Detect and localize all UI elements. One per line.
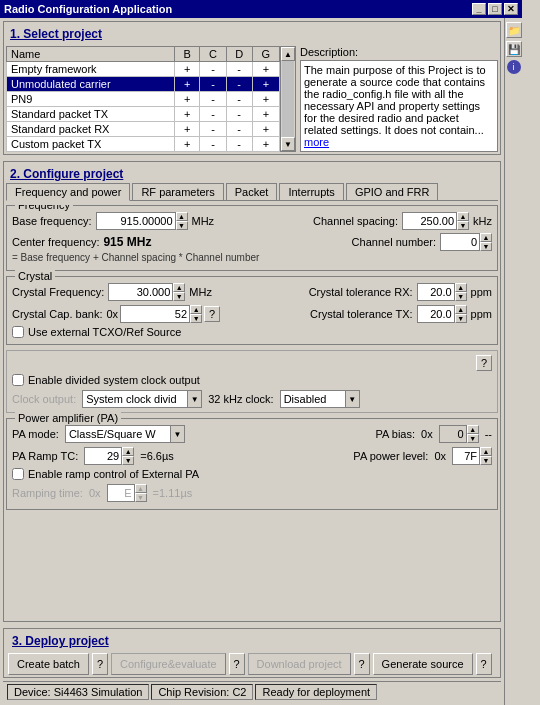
row-b: + — [175, 77, 200, 92]
generate-source-question-button[interactable]: ? — [476, 653, 492, 675]
pa-power-input-group: ▲ ▼ — [452, 447, 492, 465]
crystal-cap-down[interactable]: ▼ — [190, 314, 202, 323]
crystal-tol-tx-input-group: ▲ ▼ — [417, 305, 467, 323]
pa-ramp-input-group: ▲ ▼ — [84, 447, 134, 465]
table-row[interactable]: Standard packet RX + - - + — [7, 122, 280, 137]
divided-clock-checkbox[interactable] — [12, 374, 24, 386]
crystal-tol-rx-up[interactable]: ▲ — [455, 283, 467, 292]
pa-bias-label: PA bias: — [376, 428, 416, 440]
tab-gpio-frr[interactable]: GPIO and FRR — [346, 183, 439, 200]
chip-revision: Chip Revision: C2 — [151, 684, 253, 700]
crystal-cap-label: Crystal Cap. bank: — [12, 308, 102, 320]
scroll-down-button[interactable]: ▼ — [281, 137, 295, 151]
channel-spacing-up[interactable]: ▲ — [457, 212, 469, 221]
pa-mode-dropdown[interactable]: ClassE/Square W ▼ — [65, 425, 185, 443]
crystal-freq-unit: MHz — [189, 286, 212, 298]
col-b: B — [175, 47, 200, 62]
crystal-freq-row: Crystal Frequency: ▲ ▼ MHz — [12, 283, 492, 301]
pa-ramp-up[interactable]: ▲ — [122, 447, 134, 456]
folder-icon[interactable]: 📁 — [506, 22, 522, 38]
channel-number-input[interactable] — [440, 233, 480, 251]
tab-interrupts[interactable]: Interrupts — [279, 183, 343, 200]
crystal-cap-question-button[interactable]: ? — [204, 306, 220, 322]
create-batch-button[interactable]: Create batch — [8, 653, 89, 675]
pa-mode-arrow[interactable]: ▼ — [170, 426, 184, 442]
crystal-tol-tx-down[interactable]: ▼ — [455, 314, 467, 323]
crystal-tol-tx-input[interactable] — [417, 305, 455, 323]
pa-bias-up[interactable]: ▲ — [467, 425, 479, 434]
crystal-tol-rx-down[interactable]: ▼ — [455, 292, 467, 301]
row-d: - — [226, 62, 252, 77]
table-row[interactable]: Empty framework + - - + — [7, 62, 280, 77]
base-freq-input-group: ▲ ▼ — [96, 212, 188, 230]
clock-output-dropdown[interactable]: System clock divid ▼ — [82, 390, 202, 408]
scroll-up-button[interactable]: ▲ — [281, 47, 295, 61]
row-d: - — [226, 122, 252, 137]
pa-power-label: PA power level: — [353, 450, 428, 462]
table-row[interactable]: Standard packet TX + - - + — [7, 107, 280, 122]
tab-rf-parameters[interactable]: RF parameters — [132, 183, 223, 200]
base-freq-input[interactable] — [96, 212, 176, 230]
maximize-button[interactable]: □ — [488, 3, 502, 15]
pa-ramp-down[interactable]: ▼ — [122, 456, 134, 465]
base-freq-down[interactable]: ▼ — [176, 221, 188, 230]
more-link[interactable]: more — [304, 136, 329, 148]
close-button[interactable]: ✕ — [504, 3, 518, 15]
table-row[interactable]: Unmodulated carrier + - - + — [7, 77, 280, 92]
crystal-cap-hex-group: 0x ▲ ▼ ? — [106, 305, 220, 323]
base-freq-up[interactable]: ▲ — [176, 212, 188, 221]
clock-32k-arrow[interactable]: ▼ — [345, 391, 359, 407]
crystal-freq-down[interactable]: ▼ — [173, 292, 185, 301]
minimize-button[interactable]: _ — [472, 3, 486, 15]
row-b: + — [175, 137, 200, 152]
row-g: + — [252, 77, 279, 92]
pa-power-input[interactable] — [452, 447, 480, 465]
clock-32k-dropdown[interactable]: Disabled ▼ — [280, 390, 360, 408]
pa-power-down[interactable]: ▼ — [480, 456, 492, 465]
description-label: Description: — [300, 46, 498, 58]
deploy-buttons: Create batch ? Configure&evaluate ? Down… — [8, 653, 496, 675]
crystal-tol-rx-input[interactable] — [417, 283, 455, 301]
divided-clock-label: Enable divided system clock output — [28, 374, 200, 386]
project-table-wrap: Name B C D G Empty framework + — [6, 46, 296, 152]
table-row[interactable]: PN9 + - - + — [7, 92, 280, 107]
ramping-spinners: ▲ ▼ — [135, 484, 147, 502]
crystal-cap-up[interactable]: ▲ — [190, 305, 202, 314]
configure-evaluate-button[interactable]: Configure&evaluate — [111, 653, 226, 675]
pa-ramp-row: PA Ramp TC: ▲ ▼ =6.6µs — [12, 447, 492, 465]
save-icon[interactable]: 💾 — [506, 41, 522, 57]
download-project-button[interactable]: Download project — [248, 653, 351, 675]
pa-bias-input[interactable] — [439, 425, 467, 443]
info-icon[interactable]: i — [507, 60, 521, 74]
table-row[interactable]: Custom packet TX + - - + — [7, 137, 280, 152]
create-batch-question-button[interactable]: ? — [92, 653, 108, 675]
clock-output-arrow[interactable]: ▼ — [187, 391, 201, 407]
pa-ramp-input[interactable] — [84, 447, 122, 465]
channel-number-down[interactable]: ▼ — [480, 242, 492, 251]
crystal-freq-up[interactable]: ▲ — [173, 283, 185, 292]
tab-frequency-power[interactable]: Frequency and power — [6, 183, 130, 201]
crystal-tol-rx-unit: ppm — [471, 286, 492, 298]
channel-spacing-down[interactable]: ▼ — [457, 221, 469, 230]
pa-bias-down[interactable]: ▼ — [467, 434, 479, 443]
tcxo-checkbox[interactable] — [12, 326, 24, 338]
crystal-tol-tx-up[interactable]: ▲ — [455, 305, 467, 314]
clock-section: ? Enable divided system clock output Clo… — [6, 350, 498, 413]
pa-bias-spinners: ▲ ▼ — [467, 425, 479, 443]
pa-power-up[interactable]: ▲ — [480, 447, 492, 456]
configure-evaluate-question-button[interactable]: ? — [229, 653, 245, 675]
pa-ramp-suffix: =6.6µs — [140, 450, 174, 462]
tab-packet[interactable]: Packet — [226, 183, 278, 200]
pa-mode-label: PA mode: — [12, 428, 59, 440]
table-scrollbar[interactable]: ▲ ▼ — [280, 46, 296, 152]
pa-mode-value: ClassE/Square W — [66, 428, 170, 440]
crystal-cap-input[interactable] — [120, 305, 190, 323]
generate-source-button[interactable]: Generate source — [373, 653, 473, 675]
crystal-freq-input[interactable] — [108, 283, 173, 301]
ramp-ctrl-checkbox[interactable] — [12, 468, 24, 480]
channel-number-up[interactable]: ▲ — [480, 233, 492, 242]
clock-question-button[interactable]: ? — [476, 355, 492, 371]
crystal-cap-hex-prefix: 0x — [106, 308, 118, 320]
download-project-question-button[interactable]: ? — [354, 653, 370, 675]
channel-spacing-input[interactable] — [402, 212, 457, 230]
